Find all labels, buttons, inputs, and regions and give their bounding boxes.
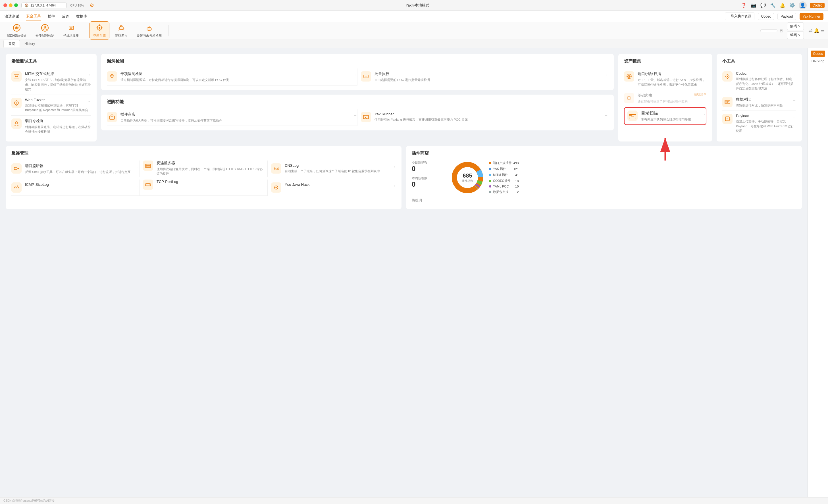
tcp-name: TCP-PortLog — [157, 179, 264, 184]
nav-item-database[interactable]: 数据库 — [76, 13, 87, 20]
tab-home[interactable]: 首页 — [3, 40, 20, 47]
address-text: 127.0.0.1 — [30, 3, 45, 7]
bell-icon[interactable]: 🔔 — [779, 2, 786, 8]
message-icon[interactable]: 💬 — [760, 2, 767, 8]
icmp-name: ICMP-SizeLog — [25, 182, 136, 187]
avatar[interactable]: 👤 — [799, 1, 807, 9]
settings2-icon[interactable]: 🔧 — [770, 2, 776, 8]
tool-yso-java-hack[interactable]: Yso-Java Hack — [268, 179, 396, 196]
tool-space-engine[interactable]: 空间引擎 — [89, 21, 110, 40]
tool-batch-exec[interactable]: 批量执行 自由选择需要的 POC 进行批量漏洞检测 — [358, 69, 608, 86]
toolbar-search[interactable] — [760, 29, 777, 32]
cpu-info: CPU 18% — [70, 4, 84, 7]
legend-val-yak: 121 — [513, 167, 519, 171]
minimize-button[interactable] — [9, 3, 12, 7]
mitm-icon — [11, 71, 22, 82]
codec-badge[interactable]: Codec — [810, 3, 825, 8]
notify-icon[interactable]: 🔔 — [814, 28, 820, 33]
mitm-arrow — [87, 73, 91, 77]
tool-icmp-sizelog[interactable]: ICMP-SizeLog — [11, 179, 139, 196]
tool-basic-bug[interactable]: 基础爬虫 — [112, 22, 131, 40]
toolbar-separator — [86, 25, 86, 36]
close-button[interactable] — [3, 3, 7, 7]
port-scan-name: 端口/指纹扫描 — [637, 71, 706, 76]
data-compare-desc: 将数据进行对比，快速识别不同处 — [736, 103, 796, 108]
tool-port-scan[interactable]: 端口/指纹扫描 对 IP、IP段、域名等端口进行 SYN、指纹检测，可编写插件进… — [624, 69, 706, 90]
brute-force-label: 爆破与未授权检测 — [137, 34, 162, 38]
vuln-advance-col: 漏洞检测 — [101, 54, 614, 141]
donut-chart: 685 插件总数 — [450, 161, 485, 195]
legend-dot-datapkg — [489, 191, 491, 193]
payload-nav-button[interactable]: Payload — [777, 13, 796, 20]
decode-btn[interactable]: 解码 ∨ — [787, 23, 804, 30]
tool-vuln-detect[interactable]: 专项漏洞检测 — [32, 22, 58, 40]
import-label: 导入协作资源 — [731, 14, 751, 19]
data-compare-arrow — [792, 98, 796, 102]
toolbar-extra-icons: ⇌ 🔔 ☰ — [809, 28, 825, 34]
codec-nav-button[interactable]: Codec — [758, 13, 774, 20]
tool-dnslog[interactable]: .com DNSLog 自动生成一个子域名，任何查询这个子域名的 IP 被集合展… — [268, 161, 396, 177]
svg-point-83 — [146, 165, 147, 165]
pentest-title: 渗透测试工具 — [11, 58, 91, 64]
yso-arrow — [392, 183, 396, 188]
tool-specialist-vuln[interactable]: 专项漏洞检测 通过预制漏洞源码，对特定目标进行专项漏洞检测，可以自定义新增 PO… — [107, 69, 358, 86]
maximize-button[interactable] — [14, 3, 18, 7]
tool-data-compare[interactable]: 数据对比 将数据进行对比，快速识别不同处 — [722, 94, 796, 111]
tool-backconnect-server[interactable]: 反连服务器 使用协议端口复用技术，同时在一个端口同时实现 HTTP / RMI … — [139, 161, 268, 177]
nav-item-backconnect[interactable]: 反连 — [62, 13, 69, 20]
tool-dir-scan[interactable]: 目录扫描 带有内置字典的综合目录扫描与爆破 — [624, 107, 706, 125]
window-title: Yakit-本地模式 — [97, 3, 737, 8]
tool-payload[interactable]: Payload 通过上传文件、手动删改等，自定义 Payload，可在爆破和 W… — [722, 111, 796, 136]
data-compare-icon — [722, 97, 733, 107]
donut-total: 685 — [462, 172, 473, 179]
settings-icon[interactable]: ⚙️ — [789, 2, 795, 8]
svg-point-64 — [727, 76, 728, 77]
right-codec-button[interactable]: Codec — [811, 51, 825, 57]
tool-port-listener[interactable]: 端口监听器 反弹 Shell 接收工具，可以在服务器上开启一个端口，进行监听，并… — [11, 161, 139, 177]
plugin-store-name: 插件商店 — [121, 112, 354, 117]
tool-plugin-store[interactable]: 插件商店 目前插件为6大类型，可根据需要灵活编写插件，支持从插件商店下载插件 — [107, 109, 358, 126]
help-icon[interactable]: ❓ — [741, 2, 747, 8]
tab-history[interactable]: History — [20, 41, 40, 47]
legend-val-port: 493 — [513, 161, 519, 165]
tool-webfuzzer[interactable]: Web Fuzzer 通过核心模糊测试标签语法，实现了对 Burpsuite 的… — [11, 95, 91, 116]
tool-weakpass[interactable]: 弱口令检测 对目标的登录账号、密码等进行爆破，在爆破前会进行未授权检测 — [11, 116, 91, 137]
tool-mitm[interactable]: MITM 交互式劫持 安装 SSL/TLS 证书，劫持浏览器所有流量请求、响应数… — [11, 69, 91, 95]
tool-fingerprint-scan[interactable]: 端口/指纹扫描 — [3, 22, 30, 40]
dnslog-name: DNSLog — [285, 163, 396, 168]
address-bar[interactable]: 🏠 127.0.0.1 47464 — [21, 3, 67, 8]
vuln-detect-label: 专项漏洞检测 — [36, 34, 54, 38]
tool-yak-runner[interactable]: Yak Runner 使用特有的 Yaklang 进行编程，直接调用引擎最底层能… — [358, 109, 608, 126]
pentest-section: 渗透测试工具 MITM 交互式劫持 安装 SSL/TLS 证书，劫 — [6, 54, 96, 141]
dnslog-icon: .com — [271, 163, 281, 174]
expand-icon[interactable]: ⇌ — [809, 28, 813, 34]
nav-item-plugin[interactable]: 插件 — [48, 13, 55, 20]
batch-exec-body: 批量执行 自由选择需要的 POC 进行批量漏洞检测 — [374, 71, 608, 82]
nav-item-pentest[interactable]: 渗透测试 — [5, 13, 19, 20]
dir-scan-desc: 带有内置字典的综合目录扫描与爆破 — [641, 117, 703, 122]
tool-basic-crawler: 获取菜单 基础爬虫 通过爬虫可快速了解网站的整体架构 — [624, 90, 706, 107]
tool-tcp-portlog[interactable]: TCP-PortLog — [139, 179, 268, 196]
title-right-controls: ❓ 📷 💬 🔧 🔔 ⚙️ 👤 Codec — [741, 1, 825, 9]
mitm-name: MITM 交互式劫持 — [25, 71, 91, 76]
tool-brute-force[interactable]: 爆破与未授权检测 — [133, 22, 165, 40]
right-dnslog-button[interactable]: DNSLog — [809, 58, 827, 64]
dnslog-desc: 自动生成一个子域名，任何查询这个子域名的 IP 被集合展示在列表中 — [285, 169, 396, 174]
encode-btn[interactable]: 编码 ∨ — [787, 31, 804, 39]
tool-codec[interactable]: Codec 可对数据进行各种处理（包括加密、解密、反序列化、Json 处理等等）… — [722, 69, 796, 94]
specialist-vuln-body: 专项漏洞检测 通过预制漏洞源码，对特定目标进行专项漏洞检测，可以自定义新增 PO… — [121, 71, 354, 82]
nav-item-security[interactable]: 安全工具 — [26, 12, 41, 20]
tool-subdomain[interactable]: 子域名收集 — [60, 22, 82, 40]
webfuzzer-arrow — [87, 99, 91, 103]
get-menu-tag[interactable]: 获取菜单 — [694, 92, 706, 96]
legend-name-codec: CODEC插件 — [493, 179, 513, 183]
icmp-icon — [11, 182, 22, 193]
copy-icon[interactable]: ⎘ — [780, 28, 783, 33]
basic-bug-icon — [117, 23, 126, 32]
menu-icon[interactable]: ☰ — [821, 28, 825, 33]
import-resource-button[interactable]: ↑ 导入协作资源 — [725, 12, 754, 20]
camera-icon[interactable]: 📷 — [750, 2, 757, 8]
yak-runner-button[interactable]: Yak Runner — [799, 13, 823, 20]
legend-codec: CODEC插件 18 — [489, 179, 519, 183]
codec-name: Codec — [736, 71, 796, 76]
